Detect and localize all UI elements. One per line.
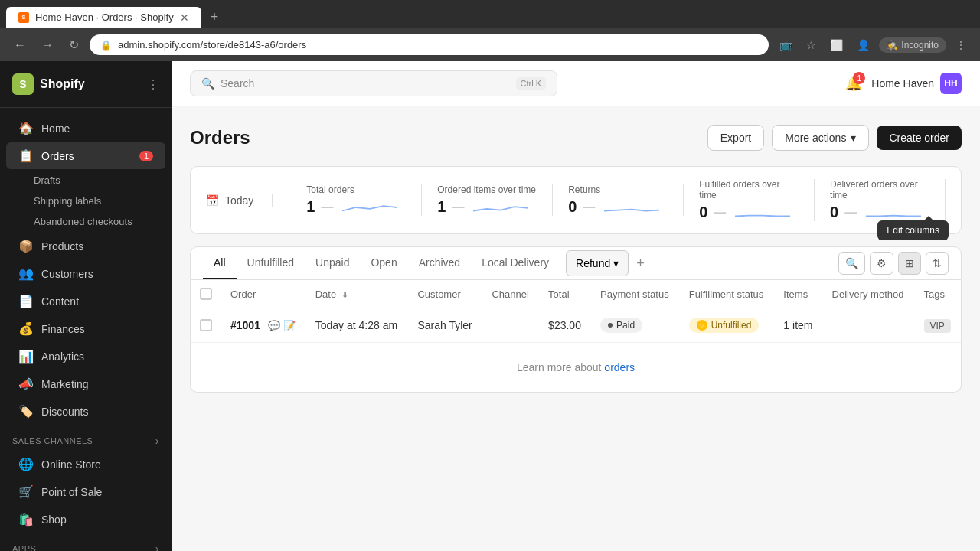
select-all-checkbox[interactable] xyxy=(200,288,212,300)
row-checkbox[interactable] xyxy=(200,319,212,331)
filter-tab-unpaid[interactable]: Unpaid xyxy=(305,247,360,279)
add-filter-button[interactable]: + xyxy=(629,249,652,278)
more-actions-label: More actions xyxy=(785,132,846,144)
order-link[interactable]: #1001 xyxy=(230,319,260,331)
bookmark-icon[interactable]: ☆ xyxy=(802,36,821,54)
sidebar-item-analytics[interactable]: 📊 Analytics xyxy=(6,343,165,370)
col-customer: Customer xyxy=(408,280,482,308)
discounts-icon: 🏷️ xyxy=(18,404,34,419)
edit-columns-tooltip[interactable]: Edit columns xyxy=(877,220,949,240)
col-date[interactable]: Date ⬇ xyxy=(306,280,409,308)
col-items: Items xyxy=(774,280,822,308)
page-actions: Export More actions ▾ Create order xyxy=(707,125,962,151)
sidebar-item-label: Point of Sale xyxy=(41,486,102,498)
sidebar-item-label: Finances xyxy=(41,323,85,335)
stats-date-label: Today xyxy=(225,194,253,207)
cast-icon[interactable]: 📺 xyxy=(775,36,797,54)
sidebar-item-discounts[interactable]: 🏷️ Discounts xyxy=(6,398,165,425)
create-order-button[interactable]: Create order xyxy=(877,126,962,150)
topbar: 🔍 Search Ctrl K 🔔 1 Home Haven HH xyxy=(172,61,980,106)
back-button[interactable]: ← xyxy=(9,35,31,55)
filter-tab-archived[interactable]: Archived xyxy=(408,247,471,279)
export-button[interactable]: Export xyxy=(707,125,764,151)
sales-channels-section: Sales channels › xyxy=(0,425,172,450)
sidebar-collapse-icon[interactable]: ⋮ xyxy=(147,77,159,92)
sidebar-sub-item-shipping-labels[interactable]: Shipping labels xyxy=(34,191,172,211)
browser-tab[interactable]: S Home Haven · Orders · Shopify ✕ xyxy=(6,7,201,28)
columns-view-button[interactable]: ⊞ xyxy=(898,252,921,275)
sort-button[interactable]: ⇅ xyxy=(926,252,949,275)
filter-tab-local-delivery[interactable]: Local Delivery xyxy=(471,247,560,279)
order-tags-cell: VIP xyxy=(915,308,961,343)
filter-settings-button[interactable]: ⚙ xyxy=(870,252,893,275)
sidebar-item-online-store[interactable]: 🌐 Online Store xyxy=(6,451,165,478)
shopify-logo[interactable]: S Shopify xyxy=(12,73,85,95)
sidebar-item-shop[interactable]: 🛍️ Shop xyxy=(6,506,165,533)
forward-button[interactable]: → xyxy=(37,35,58,55)
sidebar-item-label: Products xyxy=(41,240,83,253)
col-order: Order xyxy=(221,280,306,308)
sidebar-item-products[interactable]: 📦 Products xyxy=(6,233,165,259)
learn-more: Learn more about orders xyxy=(191,343,961,392)
more-actions-button[interactable]: More actions ▾ xyxy=(772,125,869,151)
profile-icon[interactable]: 👤 xyxy=(852,36,874,54)
incognito-label: Incognito xyxy=(901,40,939,51)
sidebar-item-label: Orders xyxy=(41,150,74,162)
refund-chevron-icon: ▾ xyxy=(613,257,619,269)
sidebar-item-marketing[interactable]: 📣 Marketing xyxy=(6,370,165,397)
filter-tab-refund[interactable]: Refund ▾ xyxy=(566,250,629,276)
menu-icon[interactable]: ⋮ xyxy=(951,36,971,54)
shop-icon: 🛍️ xyxy=(18,512,34,527)
notification-button[interactable]: 🔔 1 xyxy=(845,75,862,92)
search-bar[interactable]: 🔍 Search Ctrl K xyxy=(190,70,557,96)
learn-more-link[interactable]: orders xyxy=(604,361,635,373)
sidebar-sub-item-drafts[interactable]: Drafts xyxy=(34,170,172,191)
address-text: admin.shopify.com/store/de8143-a6/orders xyxy=(118,39,306,51)
stat-label: Returns xyxy=(568,184,668,195)
analytics-icon: 📊 xyxy=(18,349,34,364)
page-header: Orders Export More actions ▾ Create orde… xyxy=(190,125,962,151)
order-id-cell: #1001 💬 📝 xyxy=(221,308,306,343)
stat-dash: — xyxy=(714,206,726,220)
order-items-cell: 1 item xyxy=(774,308,822,343)
store-badge[interactable]: Home Haven HH xyxy=(871,73,962,94)
sidebar-nav: 🏠 Home 📋 Orders 1 Drafts Shipping labels… xyxy=(0,108,172,551)
table-row: #1001 💬 📝 Today at 4:28 am Sarah Tyler $… xyxy=(191,308,961,343)
content-icon: 📄 xyxy=(18,294,34,308)
stat-label: Fulfilled orders over time xyxy=(699,179,799,201)
online-store-icon: 🌐 xyxy=(18,457,34,471)
stat-fulfilled-orders: Fulfilled orders over time 0 — xyxy=(684,179,815,221)
comment-icon: 💬 xyxy=(268,320,280,331)
sidebar-item-label: Marketing xyxy=(41,378,88,390)
tab-close-icon[interactable]: ✕ xyxy=(180,11,189,24)
stat-delivered-orders: Delivered orders over time 0 — xyxy=(815,179,946,221)
page-title: Orders xyxy=(190,127,250,148)
order-channel-cell xyxy=(482,308,539,343)
filter-tab-open[interactable]: Open xyxy=(360,247,407,279)
sidebar-item-point-of-sale[interactable]: 🛒 Point of Sale xyxy=(6,478,165,505)
sidebar-item-label: Content xyxy=(41,295,79,308)
refresh-button[interactable]: ↻ xyxy=(64,34,83,55)
tab-favicon: S xyxy=(18,12,29,23)
order-customer-cell: Sarah Tyler xyxy=(408,308,482,343)
sidebar-item-home[interactable]: 🏠 Home xyxy=(6,115,165,142)
sidebar-item-orders[interactable]: 📋 Orders 1 xyxy=(6,142,165,169)
new-tab-button[interactable]: + xyxy=(204,6,225,28)
order-total-cell: $23.00 xyxy=(539,308,591,343)
filter-tab-unfulfilled[interactable]: Unfulfilled xyxy=(237,247,305,279)
stat-dash: — xyxy=(844,206,857,220)
sales-channels-expand-icon[interactable]: › xyxy=(155,435,159,447)
extensions-icon[interactable]: ⬜ xyxy=(825,36,848,54)
sidebar-item-customers[interactable]: 👥 Customers xyxy=(6,260,165,287)
sidebar-item-label: Discounts xyxy=(41,406,88,418)
search-filter-button[interactable]: 🔍 xyxy=(838,252,865,275)
learn-more-text: Learn more about xyxy=(517,361,604,373)
address-bar[interactable]: 🔒 admin.shopify.com/store/de8143-a6/orde… xyxy=(90,34,769,55)
sidebar-item-content[interactable]: 📄 Content xyxy=(6,288,165,315)
sidebar-sub-item-abandoned-checkouts[interactable]: Abandoned checkouts xyxy=(34,211,172,232)
apps-expand-icon[interactable]: › xyxy=(155,543,159,551)
filter-tab-all[interactable]: All xyxy=(203,247,237,279)
fulfillment-status-badge: ○ Unfulfilled xyxy=(689,318,760,333)
sidebar-item-finances[interactable]: 💰 Finances xyxy=(6,315,165,342)
col-delivery-method: Delivery method xyxy=(823,280,915,308)
